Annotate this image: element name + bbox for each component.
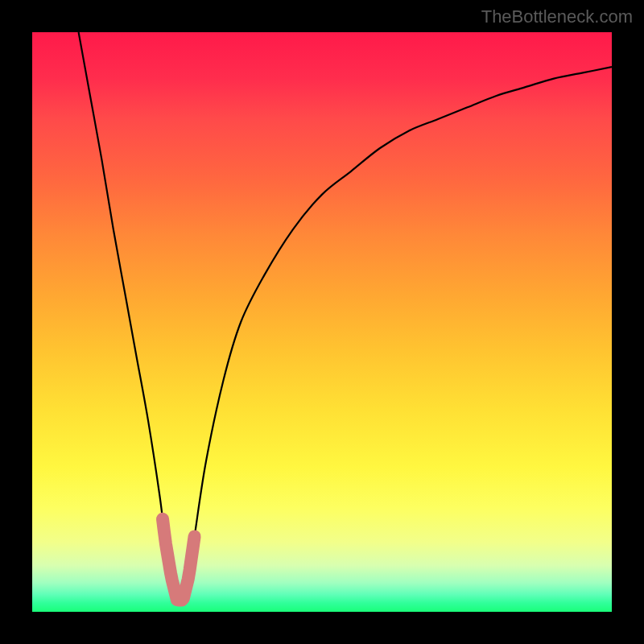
bottleneck-curve (79, 32, 612, 603)
chart-plot-area (32, 32, 612, 612)
watermark-text: TheBottleneck.com (481, 6, 633, 27)
chart-curve-svg (32, 32, 612, 612)
